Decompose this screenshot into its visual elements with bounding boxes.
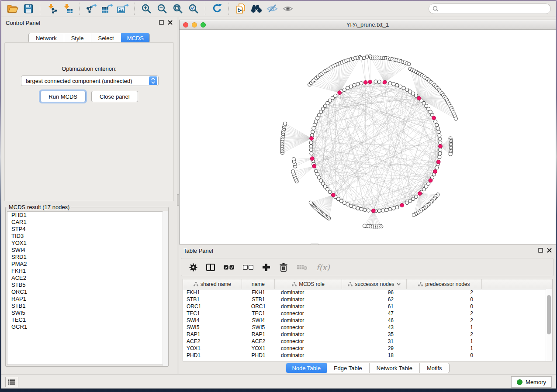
close-panel-icon[interactable]	[168, 20, 173, 26]
table-row[interactable]: ORC1ORC1dominator610	[183, 303, 546, 310]
list-item[interactable]: YOX1	[7, 240, 166, 247]
save-button[interactable]	[21, 2, 36, 15]
list-item[interactable]: SWI4	[7, 247, 166, 254]
table-row[interactable]: STB1STB1dominator620	[183, 296, 546, 303]
network-node[interactable]	[449, 152, 452, 156]
network-canvas[interactable]	[180, 29, 556, 244]
network-node[interactable]	[310, 152, 313, 155]
network-node[interactable]	[363, 224, 366, 227]
list-item[interactable]: STB5	[7, 282, 166, 289]
network-node[interactable]	[399, 85, 402, 88]
network-hub-node[interactable]	[310, 157, 314, 161]
network-node[interactable]	[346, 86, 349, 90]
network-node[interactable]	[353, 83, 356, 87]
network-node[interactable]	[402, 86, 405, 90]
table-row[interactable]: TEC1TEC1connector472	[183, 310, 546, 317]
export-network-button[interactable]	[83, 2, 99, 15]
zoom-out-button[interactable]	[154, 2, 170, 15]
network-node[interactable]	[349, 85, 353, 88]
table-row[interactable]: ACE2ACE2connector311	[183, 338, 546, 345]
list-item[interactable]: CAR1	[7, 219, 166, 226]
network-node[interactable]	[363, 208, 367, 212]
network-node[interactable]	[377, 209, 381, 213]
hide-selected-button[interactable]	[264, 2, 280, 15]
search-input[interactable]	[441, 5, 547, 13]
memory-button[interactable]: Memory	[511, 376, 552, 388]
export-table-button[interactable]	[99, 2, 115, 15]
network-node[interactable]	[356, 206, 360, 210]
show-task-history-button[interactable]	[5, 377, 18, 387]
run-mcds-button[interactable]: Run MCDS	[40, 91, 86, 102]
list-item[interactable]: GCR1	[7, 323, 166, 330]
tab-node-table[interactable]: Node Table	[286, 363, 327, 373]
network-node[interactable]	[367, 209, 370, 212]
network-node[interactable]	[292, 158, 295, 161]
refresh-layout-button[interactable]	[209, 2, 225, 15]
network-node[interactable]	[314, 120, 318, 123]
network-hub-node[interactable]	[417, 96, 421, 100]
import-table-button[interactable]	[60, 2, 76, 15]
table-row[interactable]: SWI4SWI4dominator462	[183, 317, 546, 324]
zoom-selected-button[interactable]	[186, 2, 201, 15]
network-hub-node[interactable]	[429, 179, 432, 182]
network-node[interactable]	[395, 83, 399, 87]
network-node[interactable]	[309, 201, 312, 204]
list-item[interactable]: RAP1	[7, 296, 166, 303]
table-row[interactable]: PHD1PHD1dominator180	[183, 352, 546, 359]
list-item[interactable]: TEC1	[7, 316, 166, 323]
network-node[interactable]	[434, 120, 437, 123]
tab-style[interactable]: Style	[64, 33, 91, 43]
table-row[interactable]: RAP1RAP1dominator352	[183, 331, 546, 338]
network-node[interactable]	[392, 206, 395, 210]
network-node[interactable]	[356, 83, 360, 86]
network-node[interactable]	[343, 88, 346, 92]
network-node[interactable]	[360, 82, 363, 85]
network-node[interactable]	[318, 176, 321, 179]
network-hub-node[interactable]	[371, 209, 375, 213]
list-item[interactable]: STP4	[7, 226, 166, 233]
tab-edge-table[interactable]: Edge Table	[327, 363, 370, 373]
network-hub-node[interactable]	[310, 137, 314, 141]
network-node[interactable]	[435, 123, 439, 127]
network-node[interactable]	[438, 137, 442, 141]
zoom-in-button[interactable]	[138, 2, 154, 15]
table-scrollbar[interactable]	[546, 289, 552, 361]
list-item[interactable]: STB1	[7, 303, 166, 309]
network-node[interactable]	[377, 80, 381, 83]
network-node[interactable]	[313, 123, 316, 127]
tab-network-table[interactable]: Network Table	[370, 363, 420, 373]
list-item[interactable]: SRD1	[7, 254, 166, 261]
network-hub-node[interactable]	[418, 192, 422, 196]
network-hub-node[interactable]	[436, 160, 440, 164]
network-node[interactable]	[436, 127, 439, 130]
network-hub-node[interactable]	[432, 116, 436, 120]
network-node[interactable]	[309, 148, 313, 151]
network-node[interactable]	[388, 82, 392, 85]
network-hub-node[interactable]	[368, 80, 372, 84]
network-node[interactable]	[360, 207, 363, 211]
criterion-select[interactable]: largest connected component (undirected)	[21, 76, 159, 86]
tab-network[interactable]: Network	[29, 33, 64, 43]
import-network-button[interactable]	[44, 2, 60, 15]
network-hub-node[interactable]	[400, 203, 404, 207]
network-node[interactable]	[334, 94, 337, 97]
tab-mcds[interactable]: MCDS	[121, 33, 150, 43]
list-item[interactable]: SWI5	[7, 309, 166, 316]
network-node[interactable]	[309, 141, 313, 144]
list-item[interactable]: ACE2	[7, 275, 166, 282]
show-column-button[interactable]	[206, 264, 215, 271]
network-node[interactable]	[311, 130, 315, 134]
list-item[interactable]: PMA2	[7, 261, 166, 268]
network-node[interactable]	[312, 127, 315, 130]
export-image-button[interactable]	[115, 2, 131, 15]
network-node[interactable]	[385, 208, 388, 212]
network-hub-node[interactable]	[433, 169, 437, 173]
network-node[interactable]	[346, 203, 349, 206]
network-hub-node[interactable]	[338, 91, 342, 95]
network-node[interactable]	[454, 117, 457, 120]
network-node[interactable]	[437, 130, 440, 134]
network-node[interactable]	[291, 170, 295, 173]
network-node[interactable]	[405, 201, 409, 205]
network-node[interactable]	[438, 134, 441, 137]
network-node[interactable]	[439, 148, 442, 151]
